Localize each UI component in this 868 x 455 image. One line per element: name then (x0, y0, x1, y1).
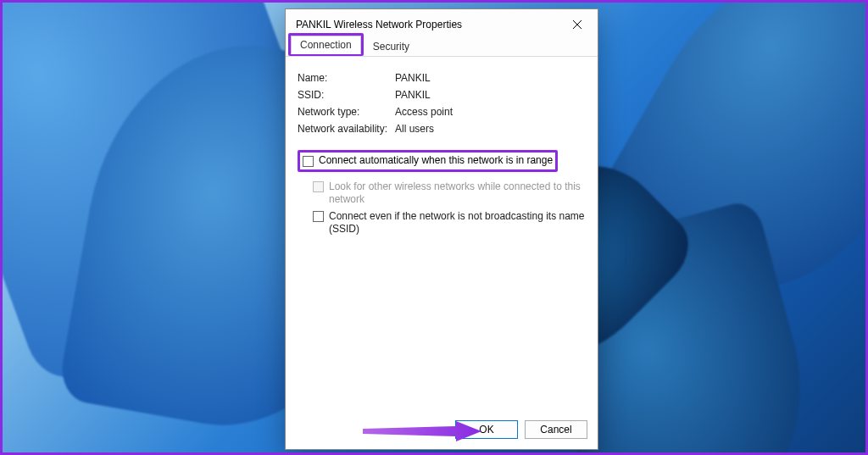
ok-button[interactable]: OK (455, 420, 518, 439)
connect-hidden-label[interactable]: Connect even if the network is not broad… (329, 210, 586, 236)
auto-connect-highlight: Connect automatically when this network … (298, 150, 558, 172)
look-other-row: Look for other wireless networks while c… (298, 179, 586, 208)
ssid-label: SSID: (298, 89, 395, 101)
tab-content: Name: PANKIL SSID: PANKIL Network type: … (286, 57, 598, 413)
close-button[interactable] (565, 16, 589, 33)
dialog-title: PANKIL Wireless Network Properties (296, 19, 462, 31)
tab-connection[interactable]: Connection (291, 36, 361, 54)
name-value: PANKIL (395, 72, 586, 84)
auto-connect-label[interactable]: Connect automatically when this network … (319, 154, 553, 168)
tab-security[interactable]: Security (364, 37, 419, 56)
dialog-button-row: OK Cancel (286, 413, 598, 449)
close-icon (573, 20, 581, 29)
look-other-label: Look for other wireless networks while c… (329, 180, 586, 207)
ssid-value: PANKIL (395, 89, 586, 101)
auto-connect-checkbox[interactable] (303, 156, 314, 167)
wireless-properties-dialog: PANKIL Wireless Network Properties Conne… (285, 8, 598, 450)
look-other-checkbox (313, 181, 324, 192)
tabs-row: Connection Security (286, 36, 598, 57)
network-availability-value: All users (395, 123, 586, 135)
network-type-label: Network type: (298, 106, 395, 118)
network-info-grid: Name: PANKIL SSID: PANKIL Network type: … (298, 72, 586, 135)
network-availability-label: Network availability: (298, 123, 395, 135)
connection-tab-highlight: Connection (288, 33, 364, 56)
connect-hidden-checkbox[interactable] (313, 211, 324, 222)
name-label: Name: (298, 72, 395, 84)
cancel-button[interactable]: Cancel (525, 420, 587, 439)
network-type-value: Access point (395, 106, 586, 118)
connect-hidden-row: Connect even if the network is not broad… (298, 208, 586, 238)
